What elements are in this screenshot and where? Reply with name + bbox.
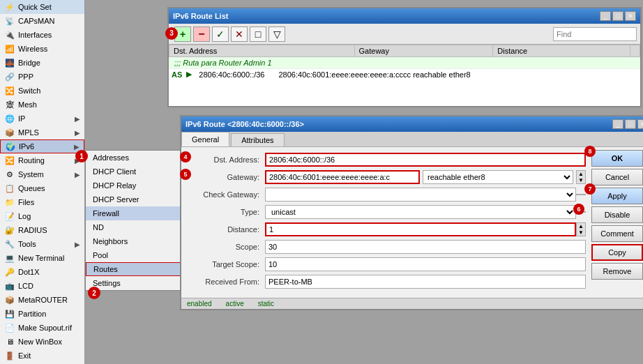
- col-scroll: [630, 45, 640, 57]
- tab-general[interactable]: General: [181, 132, 229, 146]
- scope-input[interactable]: [265, 240, 586, 254]
- action-buttons-panel: 8 OK Cancel 7 Apply Disable Comment Copy…: [591, 150, 643, 280]
- gateway-label: Gateway:: [188, 173, 265, 181]
- ok-button[interactable]: OK: [591, 150, 643, 167]
- enable-route-button[interactable]: ✓: [212, 26, 229, 42]
- route-detail-window-controls: _ □ ✕: [612, 119, 643, 129]
- target-scope-input[interactable]: [265, 257, 586, 271]
- ip-icon: 🌐: [4, 113, 15, 124]
- sidebar-item-make-supout[interactable]: 📄 Make Supout.rif: [0, 321, 84, 335]
- minimize-button[interactable]: _: [600, 11, 611, 21]
- sidebar-item-wireless[interactable]: 📶 Wireless: [0, 42, 84, 56]
- sidebar-item-capsman[interactable]: 📡 CAPsMAN: [0, 14, 84, 28]
- sidebar-item-system[interactable]: ⚙ System ▶: [0, 167, 84, 181]
- cancel-button[interactable]: Cancel: [591, 169, 643, 185]
- check-gateway-scroll[interactable]: [576, 194, 586, 195]
- copy-route-button[interactable]: □: [250, 26, 266, 42]
- sidebar-item-mpls[interactable]: 📦 MPLS ▶: [0, 126, 84, 139]
- interfaces-icon: 🔌: [4, 29, 15, 40]
- sidebar-item-files[interactable]: 📁 Files: [0, 195, 84, 209]
- sidebar-label: MetaROUTER: [18, 296, 68, 304]
- disable-route-button[interactable]: ✕: [231, 26, 248, 42]
- col-distance: Distance: [493, 45, 630, 57]
- copy-button[interactable]: Copy: [591, 244, 643, 261]
- sidebar-item-tools[interactable]: 🔧 Tools ▶: [0, 237, 84, 251]
- sidebar-label: Queues: [18, 184, 45, 192]
- gateway-inputs: reachable ether8 ▲ ▼: [265, 170, 586, 184]
- detail-maximize-button[interactable]: □: [625, 119, 636, 129]
- gateway-address-input[interactable]: [265, 170, 420, 184]
- sidebar-label: New Terminal: [18, 254, 64, 262]
- submenu-item-neighbors[interactable]: Neighbors: [86, 234, 182, 248]
- check-gateway-select[interactable]: [265, 188, 576, 202]
- route-list-toolbar: 3 + − ✓ ✕ □ ▽: [169, 24, 640, 45]
- sidebar-label: MPLS: [18, 128, 39, 137]
- sidebar-item-mesh[interactable]: 🕸 Mesh: [0, 98, 84, 112]
- sidebar-item-routing[interactable]: 🔀 Routing ▶: [0, 153, 84, 167]
- submenu-item-settings[interactable]: Settings: [86, 276, 182, 290]
- dst-address-input[interactable]: [265, 153, 586, 167]
- received-from-input[interactable]: [265, 275, 586, 289]
- detail-minimize-button[interactable]: _: [612, 119, 623, 129]
- sidebar-item-metarouter[interactable]: 📦 MetaROUTER: [0, 293, 84, 307]
- sidebar-label: Quick Set: [18, 3, 52, 11]
- sidebar-item-ip[interactable]: 🌐 IP ▶: [0, 112, 84, 126]
- sidebar-item-dot1x[interactable]: 🔑 Dot1X: [0, 265, 84, 279]
- route-data-row[interactable]: AS ▶ 2806:40c:6000::/36 2806:40c:6001:ee…: [169, 68, 640, 79]
- submenu-item-dhcp-client[interactable]: DHCP Client: [86, 165, 182, 179]
- sidebar-label: IP: [18, 114, 25, 123]
- sidebar-item-lcd[interactable]: 📺 LCD: [0, 279, 84, 293]
- sidebar-item-switch[interactable]: 🔀 Switch: [0, 84, 84, 98]
- submenu-item-dhcp-relay[interactable]: DHCP Relay: [86, 179, 182, 192]
- submenu-item-pool[interactable]: Pool: [86, 248, 182, 262]
- route-gateway: 2806:40c:6001:eeee:eeee:eeee:a:cccc reac…: [278, 70, 470, 79]
- submenu-item-nd[interactable]: ND: [86, 220, 182, 234]
- type-select[interactable]: unicast: [265, 205, 576, 219]
- sidebar-item-ipv6[interactable]: 🌍 IPv6 ▶: [0, 139, 84, 153]
- sidebar-item-quickset[interactable]: ⚡ Quick Set: [0, 0, 84, 14]
- tabs-bar: General Attributes: [181, 132, 643, 147]
- system-icon: ⚙: [4, 169, 15, 180]
- routing-icon: 🔀: [4, 155, 15, 166]
- distance-scroll[interactable]: ▲ ▼: [576, 222, 586, 236]
- search-input[interactable]: [553, 27, 637, 41]
- gateway-type-select[interactable]: reachable ether8: [423, 170, 573, 184]
- distance-input[interactable]: [265, 222, 576, 236]
- sidebar-item-log[interactable]: 📝 Log: [0, 209, 84, 223]
- terminal-icon: 💻: [4, 252, 15, 264]
- disable-button[interactable]: Disable: [591, 206, 643, 223]
- sidebar-item-partition[interactable]: 💾 Partition: [0, 307, 84, 321]
- status-static: static: [258, 300, 274, 308]
- sidebar-item-queues[interactable]: 📋 Queues: [0, 181, 84, 195]
- submenu-item-addresses[interactable]: Addresses: [86, 151, 182, 165]
- badge-4: 4: [180, 151, 191, 162]
- sidebar-item-new-terminal[interactable]: 💻 New Terminal: [0, 251, 84, 265]
- detail-close-button[interactable]: ✕: [637, 119, 643, 129]
- maximize-button[interactable]: □: [612, 11, 623, 21]
- expand-arrow: ▶: [74, 143, 80, 151]
- close-button[interactable]: ✕: [625, 11, 636, 21]
- gateway-scroll[interactable]: ▲ ▼: [576, 170, 586, 184]
- submenu-item-routes[interactable]: Routes: [86, 262, 182, 276]
- route-detail-window: IPv6 Route <2806:40c:6000::/36> _ □ ✕ Ge…: [180, 115, 643, 310]
- submenu-item-firewall[interactable]: Firewall: [86, 206, 182, 220]
- sidebar-item-bridge[interactable]: 🌉 Bridge: [0, 56, 84, 70]
- submenu-item-dhcp-server[interactable]: DHCP Server: [86, 192, 182, 206]
- type-label: Type:: [188, 208, 265, 216]
- sidebar-item-new-winbox[interactable]: 🖥 New WinBox: [0, 335, 84, 349]
- sidebar-item-interfaces[interactable]: 🔌 Interfaces: [0, 28, 84, 42]
- type-row: 6 Type: unicast: [188, 205, 586, 219]
- sidebar-item-exit[interactable]: 🚪 Exit: [0, 349, 84, 363]
- remove-route-button[interactable]: −: [193, 26, 210, 42]
- tab-attributes[interactable]: Attributes: [231, 133, 284, 146]
- sidebar: ⚡ Quick Set 📡 CAPsMAN 🔌 Interfaces 📶 Wir…: [0, 0, 85, 364]
- sidebar-item-ppp[interactable]: 🔗 PPP: [0, 70, 84, 84]
- gateway-row: 5 Gateway: reachable ether8 ▲ ▼: [188, 170, 586, 184]
- target-scope-label: Target Scope:: [188, 260, 265, 268]
- comment-button[interactable]: Comment: [591, 225, 643, 242]
- badge-3: 3: [165, 27, 178, 40]
- apply-button[interactable]: Apply: [591, 188, 643, 204]
- remove-button[interactable]: Remove: [591, 263, 643, 280]
- filter-button[interactable]: ▽: [268, 26, 285, 42]
- sidebar-item-radius[interactable]: 🔐 RADIUS: [0, 223, 84, 237]
